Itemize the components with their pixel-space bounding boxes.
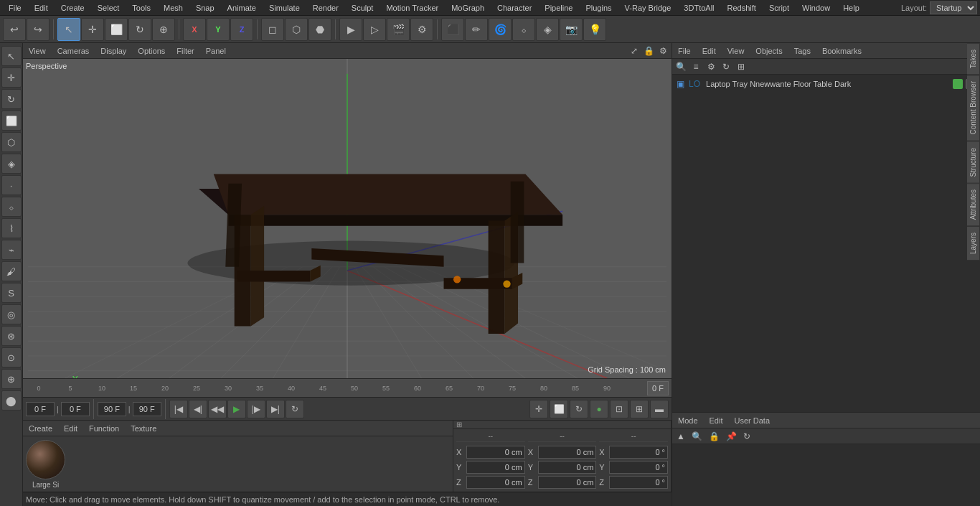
- menu-vray[interactable]: V-Ray Bridge: [619, 2, 677, 14]
- object-visibility-dot[interactable]: [953, 79, 963, 89]
- menu-simulate[interactable]: Simulate: [263, 2, 306, 14]
- sidebar-select[interactable]: ↖: [1, 46, 22, 66]
- viewport-menu-cameras[interactable]: Cameras: [55, 45, 93, 57]
- menu-mograph[interactable]: MoGraph: [446, 2, 490, 14]
- z-axis-button[interactable]: Z: [230, 18, 253, 41]
- material-menu-create[interactable]: Create: [26, 423, 55, 434]
- viewport-menu-filter[interactable]: Filter: [174, 45, 197, 57]
- attr-pin-button[interactable]: 📌: [723, 429, 740, 444]
- material-menu-texture[interactable]: Texture: [128, 423, 159, 434]
- menu-pipeline[interactable]: Pipeline: [539, 2, 578, 14]
- render-settings-button[interactable]: ⚙: [410, 18, 433, 41]
- transport-keyframe-dot[interactable]: ⊡: [610, 400, 628, 418]
- transport-move[interactable]: ✛: [529, 400, 548, 418]
- viewport-menu-options[interactable]: Options: [135, 45, 168, 57]
- menu-window[interactable]: Window: [796, 2, 836, 14]
- obj-menu-view[interactable]: View: [725, 45, 748, 57]
- obj-search-icon[interactable]: 🔍: [674, 60, 688, 74]
- sidebar-move[interactable]: ✛: [1, 67, 22, 88]
- coord-z-rot-value[interactable]: 0 °: [609, 476, 668, 489]
- menu-3dtoall[interactable]: 3DTtoAll: [678, 2, 720, 14]
- timeline-track[interactable]: 0 5 10 15 20 25 30 35 40 45 50 55 60 65: [23, 379, 672, 397]
- attr-refresh-button[interactable]: ↻: [740, 429, 753, 444]
- coord-z-size-value[interactable]: 0 cm: [538, 476, 597, 489]
- transform-tool-button[interactable]: ⊕: [152, 18, 175, 41]
- obj-menu-objects[interactable]: Objects: [753, 45, 785, 57]
- sidebar-3d[interactable]: ⬡: [1, 132, 22, 152]
- menu-motion-tracker[interactable]: Motion Tracker: [380, 2, 444, 14]
- menu-mesh[interactable]: Mesh: [158, 2, 189, 14]
- render-button[interactable]: 🎬: [387, 18, 410, 41]
- viewport-3d[interactable]: X Y Z Perspective Grid Spacing : 100 cm: [23, 59, 672, 378]
- material-menu-function[interactable]: Function: [86, 423, 122, 434]
- menu-plugins[interactable]: Plugins: [580, 2, 617, 14]
- attr-up-button[interactable]: ▲: [674, 429, 688, 444]
- deformer-button[interactable]: ⬦: [512, 18, 535, 41]
- sidebar-rotate[interactable]: ↻: [1, 89, 22, 109]
- viewport-expand-icon[interactable]: ⤢: [628, 45, 640, 57]
- render-viewport-button[interactable]: ▶: [339, 18, 362, 41]
- end-frame-input[interactable]: [98, 402, 126, 416]
- coord-z-pos-value[interactable]: 0 cm: [466, 476, 525, 489]
- sidebar-paint[interactable]: 🖌: [1, 261, 22, 281]
- scale-tool-button[interactable]: ⬜: [105, 18, 128, 41]
- sidebar-sculpt[interactable]: S: [1, 283, 22, 303]
- poly-mode-button[interactable]: ⬣: [308, 18, 331, 41]
- menu-script[interactable]: Script: [763, 2, 795, 14]
- redo-button[interactable]: ↪: [27, 18, 50, 41]
- play-back-button[interactable]: ◀◀: [208, 400, 227, 418]
- menu-tools[interactable]: Tools: [126, 2, 156, 14]
- layout-select[interactable]: Startup: [930, 1, 977, 14]
- menu-character[interactable]: Character: [491, 2, 537, 14]
- transport-motion-clip[interactable]: ▬: [650, 400, 669, 418]
- transport-grid[interactable]: ⊞: [630, 400, 649, 418]
- undo-button[interactable]: ↩: [3, 18, 26, 41]
- viewport-lock-icon[interactable]: 🔒: [643, 45, 654, 57]
- menu-edit[interactable]: Edit: [29, 2, 54, 14]
- menu-create[interactable]: Create: [55, 2, 90, 14]
- menu-redshift[interactable]: Redshift: [722, 2, 762, 14]
- sidebar-snap[interactable]: ⊙: [1, 347, 22, 367]
- menu-animate[interactable]: Animate: [222, 2, 262, 14]
- nurbs-button[interactable]: 🌀: [489, 18, 512, 41]
- step-forward-button[interactable]: |▶: [247, 400, 265, 418]
- tab-attributes[interactable]: Attributes: [967, 183, 980, 226]
- object-mode-button[interactable]: ◻: [261, 18, 284, 41]
- sidebar-edge[interactable]: ⬦: [1, 197, 22, 217]
- sidebar-record[interactable]: ⬤: [1, 390, 22, 411]
- tab-content-browser[interactable]: Content Browser: [967, 75, 980, 141]
- viewport-menu-display[interactable]: Display: [98, 45, 129, 57]
- rotate-tool-button[interactable]: ↻: [128, 18, 151, 41]
- cube-button[interactable]: ⬛: [441, 18, 464, 41]
- goto-end-button[interactable]: ▶|: [266, 400, 285, 418]
- coord-x-size-value[interactable]: 0 cm: [538, 446, 597, 459]
- transport-scale[interactable]: ⬜: [550, 400, 568, 418]
- menu-snap[interactable]: Snap: [190, 2, 220, 14]
- obj-menu-file[interactable]: File: [675, 45, 694, 57]
- select-tool-button[interactable]: ↖: [57, 18, 80, 41]
- coord-y-size-value[interactable]: 0 cm: [538, 461, 597, 474]
- sidebar-scale[interactable]: ⬜: [1, 111, 22, 131]
- tab-takes[interactable]: Takes: [967, 43, 980, 75]
- camera-button[interactable]: 📷: [560, 18, 583, 41]
- transport-record-active[interactable]: ●: [590, 400, 608, 418]
- scene-button[interactable]: ◈: [536, 18, 559, 41]
- edge-mode-button[interactable]: ⬡: [285, 18, 308, 41]
- menu-render[interactable]: Render: [307, 2, 344, 14]
- preview-end-input[interactable]: [133, 402, 161, 416]
- coord-x-pos-value[interactable]: 0 cm: [466, 446, 525, 459]
- move-tool-button[interactable]: ✛: [81, 18, 104, 41]
- step-back-button[interactable]: ◀|: [189, 400, 207, 418]
- spline-button[interactable]: ✏: [465, 18, 488, 41]
- y-axis-button[interactable]: Y: [207, 18, 230, 41]
- obj-settings-icon[interactable]: ⚙: [704, 60, 718, 74]
- obj-menu-edit[interactable]: Edit: [699, 45, 719, 57]
- attr-menu-mode[interactable]: Mode: [675, 415, 701, 426]
- play-button[interactable]: ▶: [227, 400, 246, 418]
- transport-rotate[interactable]: ↻: [570, 400, 588, 418]
- light-button[interactable]: 💡: [583, 18, 606, 41]
- sidebar-point[interactable]: ·: [1, 175, 22, 195]
- start-frame-input[interactable]: [26, 402, 55, 416]
- menu-file[interactable]: File: [3, 2, 27, 14]
- attr-menu-edit[interactable]: Edit: [707, 415, 726, 426]
